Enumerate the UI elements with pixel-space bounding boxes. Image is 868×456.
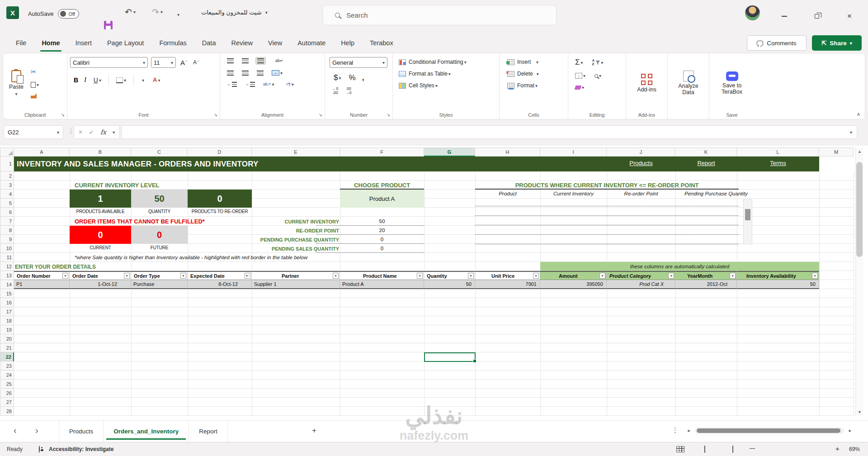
enter-button[interactable]: ✓ — [89, 128, 94, 136]
font-family-select[interactable]: Calibri ▾ — [70, 57, 148, 68]
conditional-formatting-button[interactable]: Conditional Formatting ▾ — [397, 58, 496, 66]
save-icon[interactable] — [104, 21, 113, 29]
cancel-button[interactable]: × — [79, 128, 82, 136]
row-header[interactable]: 17 — [0, 307, 14, 316]
row-header[interactable]: 27 — [0, 398, 14, 407]
accessibility-status[interactable]: Accessibility: Investigate — [49, 446, 113, 452]
number-format-select[interactable]: General ▾ — [330, 57, 387, 68]
show-paragraph-button[interactable]: >¶ ▾ — [285, 81, 295, 88]
row-header[interactable]: 10 — [0, 244, 14, 253]
scroll-up-icon[interactable]: ▲ — [858, 149, 862, 154]
column-header[interactable]: I — [540, 147, 607, 157]
column-header[interactable]: L — [737, 147, 819, 157]
filter-icon[interactable]: ▾ — [668, 273, 674, 279]
product-select[interactable]: Product A — [340, 190, 424, 208]
orientation-button[interactable]: ab↗ ▾ — [262, 81, 276, 88]
row-header[interactable]: 2 — [0, 171, 14, 180]
col-expected-date[interactable]: Expected Date ▾↑ — [188, 271, 252, 280]
row-header[interactable]: 24 — [0, 370, 14, 380]
col-product-category[interactable]: Product Category ▾ — [607, 271, 675, 280]
row-header[interactable]: 15 — [0, 289, 14, 298]
row-header[interactable]: 13 — [0, 271, 14, 280]
grow-font-button[interactable]: A ˆ — [179, 58, 189, 67]
filter-icon[interactable]: ▾ — [417, 273, 423, 279]
col-order-type[interactable]: Order Type ▾ — [131, 271, 188, 280]
shrink-font-button[interactable]: A ˇ — [192, 59, 200, 66]
align-center-button[interactable] — [241, 70, 250, 76]
col-partner[interactable]: Partner ▾ — [252, 271, 340, 280]
tab-automate[interactable]: Automate — [290, 33, 333, 53]
column-header[interactable]: A — [14, 147, 70, 157]
delete-cells-button[interactable]: Delete ▾ — [506, 70, 565, 78]
row-header[interactable]: 21 — [0, 343, 14, 352]
cell-unit-price[interactable]: 7901 — [475, 280, 540, 289]
avatar[interactable] — [745, 5, 760, 20]
addins-button[interactable]: Add-ins — [634, 72, 659, 95]
row-header[interactable]: 3 — [0, 180, 14, 190]
link-terms[interactable]: Terms — [737, 160, 819, 166]
selected-cell-G22[interactable] — [424, 352, 476, 362]
align-left-button[interactable] — [226, 70, 235, 76]
row-header[interactable]: 8 — [0, 226, 14, 235]
decrease-indent-button[interactable]: ← — [226, 81, 238, 88]
col-yearmonth[interactable]: YearMonth ▾ — [675, 271, 737, 280]
cell-product-name[interactable]: Product A — [340, 280, 424, 289]
undo-button[interactable]: ↶ ▾ — [125, 8, 136, 16]
search-box[interactable]: Search — [323, 5, 557, 25]
quick-access-toolbar-button[interactable]: ▾ — [177, 10, 179, 18]
fill-color-button[interactable]: ▾ — [140, 77, 146, 84]
cell-order-number[interactable]: P1 — [14, 280, 70, 289]
bottom-align-button[interactable] — [255, 57, 266, 65]
row-header[interactable]: 19 — [0, 325, 14, 334]
accounting-format-button[interactable]: $ ▾ — [332, 72, 343, 83]
row-header[interactable]: 6 — [0, 208, 14, 217]
col-unit-price[interactable]: Unit Price ▾ — [475, 271, 540, 280]
tab-help[interactable]: Help — [333, 33, 362, 53]
filter-icon[interactable]: ▾ — [730, 273, 736, 279]
clipboard-dialog-launcher-icon[interactable]: ↘ — [61, 112, 65, 117]
zoom-out-button[interactable]: — — [750, 445, 755, 451]
column-header[interactable]: C — [131, 147, 188, 157]
comma-button[interactable]: , — [362, 73, 364, 82]
row-header[interactable]: 16 — [0, 298, 14, 307]
autosave-toggle[interactable]: Off — [58, 9, 79, 19]
format-painter-button[interactable] — [29, 93, 38, 100]
tab-insert[interactable]: Insert — [68, 33, 99, 53]
insert-cells-button[interactable]: Insert ▾ — [506, 58, 565, 66]
alignment-dialog-launcher-icon[interactable]: ↘ — [319, 112, 322, 117]
column-header[interactable]: F — [340, 147, 424, 157]
zoom-level[interactable]: 69% — [849, 446, 860, 452]
wrap-text-button[interactable]: ab↵ — [274, 58, 285, 64]
document-title[interactable]: شيت للمخزون والمبيعات ▾ — [201, 9, 268, 16]
column-header[interactable]: M — [819, 147, 854, 157]
number-dialog-launcher-icon[interactable]: ↘ — [387, 112, 390, 117]
sort-filter-button[interactable]: AZ ▾ — [591, 58, 605, 67]
filter-icon[interactable]: ▾ — [124, 273, 130, 279]
filter-icon[interactable]: ▾ — [599, 273, 605, 279]
sheet-tab-orders-and-inventory[interactable]: Orders_and_Inventory — [104, 421, 189, 442]
horizontal-scrollbar[interactable] — [695, 428, 844, 434]
cell-inventory-availability[interactable]: 50 — [737, 280, 819, 289]
hscroll-left-icon[interactable]: ◄ — [686, 428, 690, 433]
row-header[interactable]: 1 — [0, 157, 14, 171]
top-align-button[interactable] — [226, 57, 235, 64]
font-dialog-launcher-icon[interactable]: ↘ — [214, 112, 217, 117]
sheet-tab-report[interactable]: Report — [189, 421, 228, 442]
cell-partner[interactable]: Supplier 1 — [252, 280, 340, 289]
row-header[interactable]: 23 — [0, 361, 14, 370]
row-header[interactable]: 11 — [0, 253, 14, 262]
col-quantity[interactable]: Quantity ▾ — [424, 271, 475, 280]
tab-review[interactable]: Review — [223, 33, 260, 53]
add-sheet-button[interactable]: + — [312, 426, 316, 435]
cell-yearmonth[interactable]: 2012-Oct — [675, 280, 737, 289]
column-header-selected[interactable]: G — [424, 147, 475, 157]
cell-styles-button[interactable]: Cell Styles ▾ — [397, 81, 496, 90]
save-to-terabox-button[interactable]: Save to TeraBox — [711, 70, 753, 97]
increase-indent-button[interactable]: → — [244, 81, 256, 88]
column-header[interactable]: B — [70, 147, 131, 157]
page-break-view-button[interactable] — [732, 446, 733, 453]
scroll-down-icon[interactable]: ▼ — [858, 410, 862, 414]
clear-button[interactable]: ▾ — [574, 84, 585, 91]
link-products[interactable]: Products — [607, 160, 675, 166]
column-header[interactable]: E — [252, 147, 340, 157]
